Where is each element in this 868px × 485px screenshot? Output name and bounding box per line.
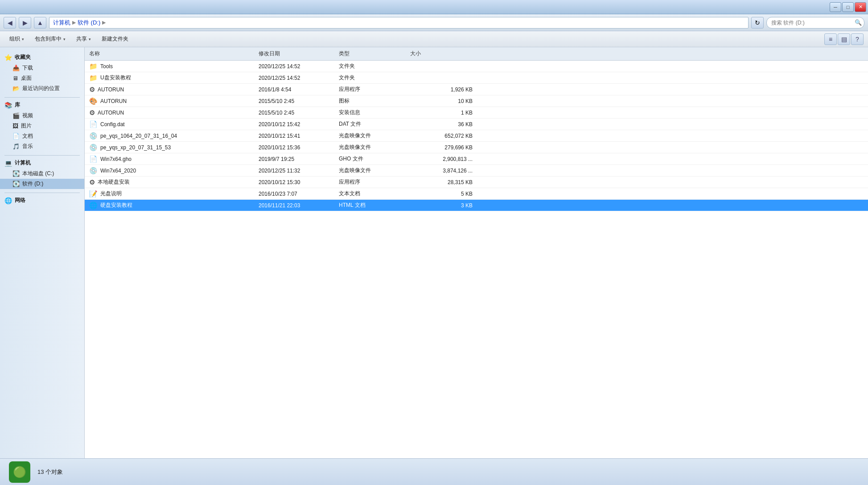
help-button[interactable]: ? bbox=[851, 33, 864, 45]
file-date: 2020/10/12 15:41 bbox=[259, 133, 339, 139]
file-name: 硬盘安装教程 bbox=[100, 201, 132, 209]
minimize-button[interactable]: ─ bbox=[830, 2, 841, 12]
breadcrumb-drive[interactable]: 软件 (D:) bbox=[78, 19, 100, 27]
d-drive-label: 软件 (D:) bbox=[22, 180, 43, 188]
include-arrow: ▾ bbox=[63, 37, 66, 41]
view-toggle-button[interactable]: ≡ bbox=[824, 33, 837, 45]
status-count: 13 个对象 bbox=[37, 468, 63, 476]
file-date: 2016/1/8 4:54 bbox=[259, 86, 339, 93]
file-icon: 📝 bbox=[89, 190, 98, 198]
organize-arrow: ▾ bbox=[22, 37, 24, 41]
refresh-button[interactable]: ↻ bbox=[751, 17, 764, 29]
search-icon[interactable]: 🔍 bbox=[855, 19, 862, 26]
table-row[interactable]: 📝 光盘说明 2016/10/23 7:07 文本文档 5 KB bbox=[85, 188, 868, 200]
col-size-header[interactable]: 大小 bbox=[410, 50, 473, 58]
file-icon: ⚙ bbox=[89, 109, 95, 117]
forward-button[interactable]: ▶ bbox=[19, 17, 31, 29]
file-name-cell: 💿 Win7x64_2020 bbox=[89, 167, 259, 175]
file-name: Tools bbox=[100, 63, 113, 70]
table-row[interactable]: 💿 Win7x64_2020 2020/12/25 11:32 光盘映像文件 3… bbox=[85, 165, 868, 177]
sidebar-item-download[interactable]: 📥 下载 bbox=[0, 63, 84, 73]
sidebar-item-pictures[interactable]: 🖼 图片 bbox=[0, 121, 84, 131]
file-size: 2,900,813 ... bbox=[410, 156, 473, 162]
breadcrumb-computer[interactable]: 计算机 bbox=[53, 19, 70, 27]
divider-3 bbox=[4, 193, 80, 193]
new-folder-label: 新建文件夹 bbox=[102, 35, 128, 43]
file-name: pe_yqs_xp_20_07_31_15_53 bbox=[100, 144, 171, 151]
close-button[interactable]: ✕ bbox=[855, 2, 866, 12]
sidebar-item-desktop[interactable]: 🖥 桌面 bbox=[0, 73, 84, 83]
file-type: 光盘映像文件 bbox=[339, 167, 410, 174]
sidebar-item-recent[interactable]: 📂 最近访问的位置 bbox=[0, 83, 84, 94]
library-header[interactable]: 📚 库 bbox=[0, 99, 84, 111]
share-label: 共享 bbox=[76, 35, 87, 43]
file-size: 279,696 KB bbox=[410, 144, 473, 151]
col-date-label: 修改日期 bbox=[259, 50, 280, 58]
col-name-header[interactable]: 名称 bbox=[89, 50, 259, 58]
computer-header[interactable]: 💻 计算机 bbox=[0, 157, 84, 169]
docs-icon: 📄 bbox=[12, 133, 20, 140]
file-date: 2020/10/12 15:30 bbox=[259, 179, 339, 185]
file-name: Win7x64.gho bbox=[100, 156, 132, 162]
file-icon: 📁 bbox=[89, 62, 98, 70]
view-details-button[interactable]: ▤ bbox=[838, 33, 850, 45]
maximize-button[interactable]: □ bbox=[842, 2, 854, 12]
file-date: 2019/9/7 19:25 bbox=[259, 156, 339, 162]
search-input[interactable] bbox=[766, 17, 864, 29]
file-name-cell: 📄 Win7x64.gho bbox=[89, 155, 259, 163]
file-name: 本地硬盘安装 bbox=[98, 178, 130, 186]
organize-button[interactable]: 组织 ▾ bbox=[4, 33, 29, 45]
divider-1 bbox=[4, 97, 80, 98]
file-name: pe_yqs_1064_20_07_31_16_04 bbox=[100, 133, 177, 139]
back-button[interactable]: ◀ bbox=[4, 17, 16, 29]
file-date: 2020/12/25 14:52 bbox=[259, 63, 339, 70]
table-row[interactable]: 🌐 硬盘安装教程 2016/11/21 22:03 HTML 文档 3 KB bbox=[85, 200, 868, 211]
new-folder-button[interactable]: 新建文件夹 bbox=[97, 33, 133, 45]
network-section: 🌐 网络 bbox=[0, 195, 84, 206]
table-row[interactable]: ⚙ AUTORUN 2015/5/10 2:45 安装信息 1 KB bbox=[85, 107, 868, 119]
address-bar: ◀ ▶ ▲ 计算机 ▶ 软件 (D:) ▶ ↻ 🔍 bbox=[0, 14, 868, 31]
file-size: 1 KB bbox=[410, 110, 473, 116]
table-row[interactable]: ⚙ AUTORUN 2016/1/8 4:54 应用程序 1,926 KB bbox=[85, 84, 868, 95]
file-date: 2016/11/21 22:03 bbox=[259, 202, 339, 209]
sidebar-item-c-drive[interactable]: 💽 本地磁盘 (C:) bbox=[0, 169, 84, 179]
network-header[interactable]: 🌐 网络 bbox=[0, 195, 84, 206]
include-library-button[interactable]: 包含到库中 ▾ bbox=[30, 33, 70, 45]
sidebar-item-docs[interactable]: 📄 文档 bbox=[0, 131, 84, 141]
table-row[interactable]: ⚙ 本地硬盘安装 2020/10/12 15:30 应用程序 28,315 KB bbox=[85, 177, 868, 188]
favorites-header[interactable]: ⭐ 收藏夹 bbox=[0, 52, 84, 63]
table-row[interactable]: 📄 Win7x64.gho 2019/9/7 19:25 GHO 文件 2,90… bbox=[85, 153, 868, 165]
sidebar-item-d-drive[interactable]: 💽 软件 (D:) bbox=[0, 179, 84, 189]
table-row[interactable]: 💿 pe_yqs_1064_20_07_31_16_04 2020/10/12 … bbox=[85, 130, 868, 142]
col-type-header[interactable]: 类型 bbox=[339, 50, 410, 58]
table-row[interactable]: 📁 U盘安装教程 2020/12/25 14:52 文件夹 bbox=[85, 72, 868, 84]
d-drive-icon: 💽 bbox=[12, 181, 20, 187]
table-row[interactable]: 📁 Tools 2020/12/25 14:52 文件夹 bbox=[85, 61, 868, 72]
file-type: 文件夹 bbox=[339, 74, 410, 82]
share-button[interactable]: 共享 ▾ bbox=[71, 33, 96, 45]
file-date: 2015/5/10 2:45 bbox=[259, 98, 339, 104]
col-date-header[interactable]: 修改日期 bbox=[259, 50, 339, 58]
table-row[interactable]: 📄 Config.dat 2020/10/12 15:42 DAT 文件 36 … bbox=[85, 119, 868, 130]
c-drive-label: 本地磁盘 (C:) bbox=[22, 170, 54, 177]
sidebar-item-music[interactable]: 🎵 音乐 bbox=[0, 141, 84, 152]
table-row[interactable]: 💿 pe_yqs_xp_20_07_31_15_53 2020/10/12 15… bbox=[85, 142, 868, 153]
breadcrumb-sep-1: ▶ bbox=[72, 20, 76, 25]
sidebar: ⭐ 收藏夹 📥 下载 🖥 桌面 📂 最近访问的位置 📚 库 bbox=[0, 47, 85, 458]
file-name: Win7x64_2020 bbox=[100, 168, 136, 174]
file-size: 10 KB bbox=[410, 98, 473, 104]
table-row[interactable]: 🎨 AUTORUN 2015/5/10 2:45 图标 10 KB bbox=[85, 95, 868, 107]
up-button[interactable]: ▲ bbox=[34, 17, 46, 29]
file-name: 光盘说明 bbox=[100, 190, 122, 197]
file-area: 名称 修改日期 类型 大小 📁 Tools 2020/12/25 14:52 文… bbox=[85, 47, 868, 458]
sidebar-item-video[interactable]: 🎬 视频 bbox=[0, 111, 84, 121]
breadcrumb: 计算机 ▶ 软件 (D:) ▶ bbox=[49, 17, 749, 29]
file-name-cell: 📁 U盘安装教程 bbox=[89, 74, 259, 82]
column-headers: 名称 修改日期 类型 大小 bbox=[85, 47, 868, 61]
file-icon: ⚙ bbox=[89, 86, 95, 94]
file-name-cell: 💿 pe_yqs_xp_20_07_31_15_53 bbox=[89, 144, 259, 152]
file-icon: 📄 bbox=[89, 155, 98, 163]
file-name-cell: 🌐 硬盘安装教程 bbox=[89, 201, 259, 210]
file-name-cell: ⚙ 本地硬盘安装 bbox=[89, 178, 259, 186]
computer-section: 💻 计算机 💽 本地磁盘 (C:) 💽 软件 (D:) bbox=[0, 157, 84, 189]
